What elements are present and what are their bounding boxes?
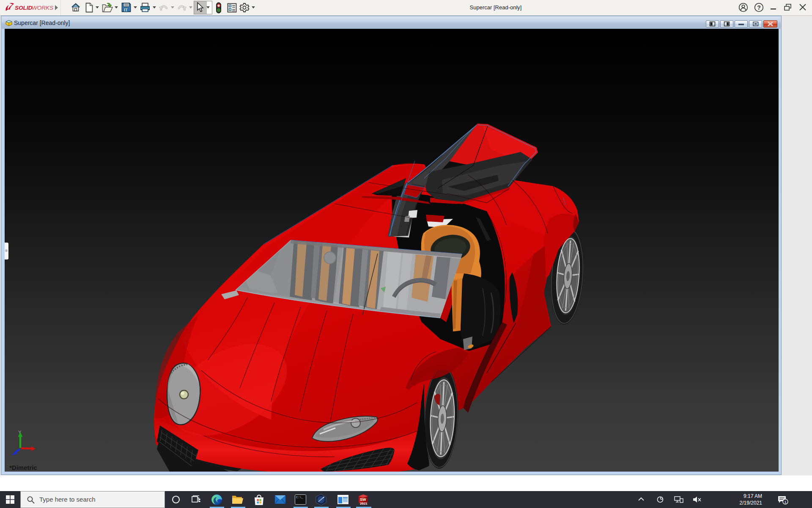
svg-text:C:\_: C:\_ <box>296 496 304 499</box>
svg-text:2021: 2021 <box>360 502 368 505</box>
svg-text:WORKS: WORKS <box>32 5 53 11</box>
svg-text:?: ? <box>757 4 761 11</box>
svg-text:SOLID: SOLID <box>15 5 33 11</box>
svg-text:1: 1 <box>784 500 786 504</box>
svg-text:SW: SW <box>360 497 366 502</box>
